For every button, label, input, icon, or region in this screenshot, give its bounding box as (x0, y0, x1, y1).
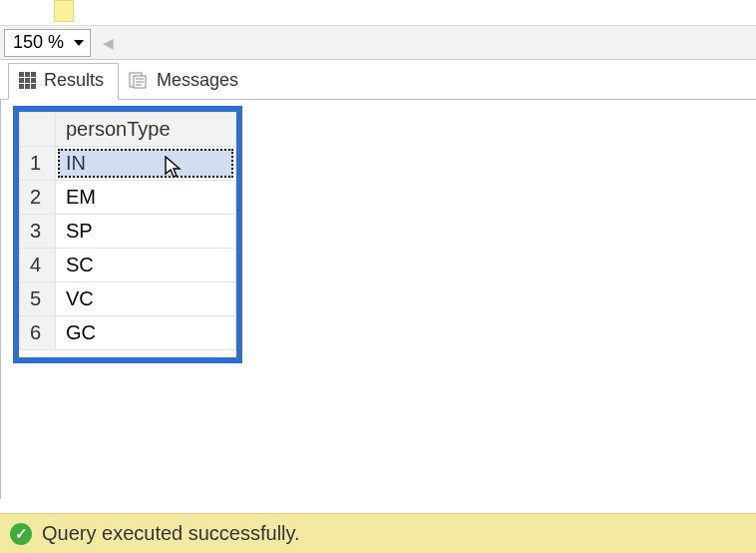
grid-icon (19, 72, 36, 89)
row-number[interactable]: 1 (20, 147, 56, 181)
results-pane: personType 1 IN 2 EM 3 SP 4 SC (0, 100, 756, 499)
table-row[interactable]: 3 SP (20, 215, 236, 249)
top-strip (0, 0, 756, 26)
cell[interactable]: IN (56, 147, 236, 181)
row-number[interactable]: 4 (20, 249, 56, 282)
row-number[interactable]: 3 (20, 215, 56, 249)
table-row[interactable]: 5 VC (20, 282, 236, 316)
rownum-header[interactable] (20, 113, 56, 147)
cell[interactable]: VC (56, 282, 236, 316)
zoom-value: 150 % (13, 32, 64, 53)
cell-value: IN (66, 152, 86, 174)
tab-messages[interactable]: Messages (119, 64, 252, 99)
status-message: Query executed successfully. (42, 522, 300, 545)
header-row: personType (20, 113, 236, 147)
row-number[interactable]: 6 (20, 316, 56, 350)
tab-results[interactable]: Results (8, 63, 119, 100)
cell[interactable]: SP (56, 215, 236, 249)
results-grid[interactable]: personType 1 IN 2 EM 3 SP 4 SC (19, 112, 236, 350)
query-tab-indicator (54, 0, 74, 22)
column-header-persontype[interactable]: personType (56, 113, 236, 147)
table-row[interactable]: 2 EM (20, 181, 236, 215)
cell[interactable]: SC (56, 249, 236, 282)
tab-messages-label: Messages (157, 70, 238, 91)
zoom-dropdown[interactable]: 150 % (4, 29, 91, 57)
chevron-down-icon (74, 40, 84, 46)
status-bar: ✓ Query executed successfully. (0, 513, 756, 553)
table-row[interactable]: 4 SC (20, 249, 236, 282)
prev-arrow-icon: ◀ (103, 35, 114, 51)
table-row[interactable]: 6 GC (20, 316, 236, 350)
messages-icon (129, 72, 149, 90)
tab-results-label: Results (44, 70, 104, 91)
results-highlight: personType 1 IN 2 EM 3 SP 4 SC (13, 106, 242, 363)
results-tabs: Results Messages (0, 60, 756, 100)
row-number[interactable]: 2 (20, 181, 56, 215)
cell[interactable]: EM (56, 181, 236, 215)
zoom-toolbar: 150 % ◀ (0, 26, 756, 60)
table-row[interactable]: 1 IN (20, 147, 236, 181)
row-number[interactable]: 5 (20, 282, 56, 316)
cell[interactable]: GC (56, 316, 236, 350)
success-icon: ✓ (10, 523, 32, 545)
